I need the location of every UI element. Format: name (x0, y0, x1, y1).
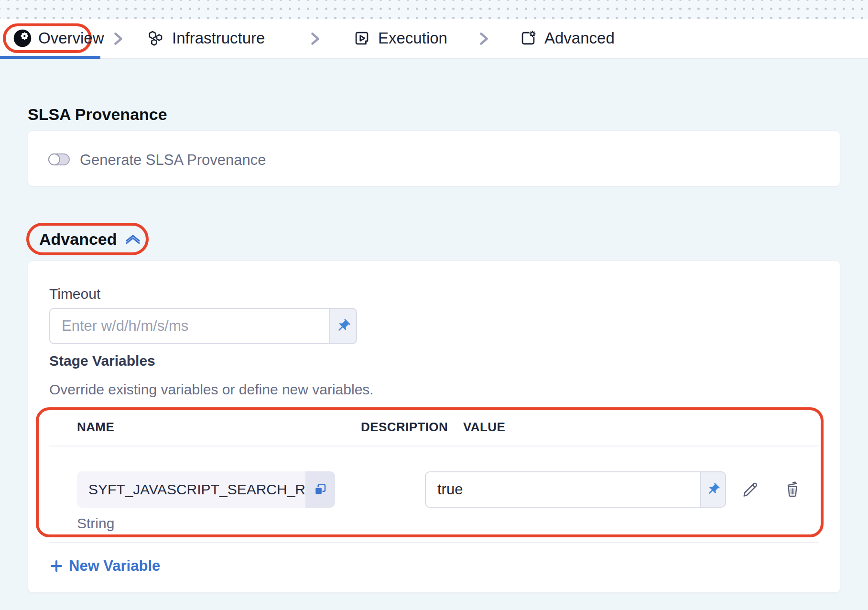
timeout-pin-button[interactable] (330, 308, 357, 344)
stage-variables-heading: Stage Variables (49, 353, 155, 369)
timeout-label: Timeout (49, 286, 100, 302)
advanced-section-toggle[interactable]: Advanced (26, 223, 149, 255)
play-square-icon (353, 29, 371, 47)
delete-variable-button[interactable] (781, 477, 804, 501)
pipeline-stage-config-page: Overview Infrastructure (0, 0, 868, 610)
pencil-icon (740, 479, 759, 499)
new-variable-label: New Variable (69, 557, 160, 575)
toggle-knob (48, 153, 60, 165)
overview-icon (13, 29, 32, 48)
active-tab-underline (0, 56, 100, 59)
tab-overview-label: Overview (38, 29, 104, 47)
variable-value-group (425, 471, 726, 508)
tab-infrastructure[interactable]: Infrastructure (146, 27, 265, 50)
chevron-right-icon (109, 30, 126, 47)
pushpin-icon (706, 482, 720, 497)
trash-icon (783, 480, 802, 498)
square-gear-icon (519, 29, 537, 47)
table-header-divider (49, 446, 819, 447)
stage-tab-bar: Overview Infrastructure (0, 19, 868, 59)
variable-name-copy-button[interactable] (305, 471, 335, 508)
timeout-input-group (49, 308, 357, 344)
variable-type-label: String (77, 515, 114, 532)
generate-slsa-toggle-label: Generate SLSA Provenance (80, 152, 266, 169)
slsa-provenance-heading: SLSA Provenance (28, 105, 167, 124)
table-row-divider (49, 542, 819, 543)
slsa-provenance-card: Generate SLSA Provenance (28, 131, 840, 186)
tab-advanced[interactable]: Advanced (519, 27, 615, 50)
variable-value-input[interactable] (425, 471, 701, 508)
pushpin-icon (336, 318, 351, 334)
hexagons-icon (146, 29, 165, 48)
column-header-value: VALUE (463, 420, 505, 435)
advanced-settings-card: Timeout Stage Variables Override existin… (28, 261, 840, 593)
column-header-description: DESCRIPTION (361, 420, 448, 435)
chevron-up-icon (124, 233, 141, 245)
generate-slsa-toggle[interactable] (48, 153, 70, 165)
dotted-canvas-background (0, 0, 868, 19)
variable-name-input[interactable] (77, 471, 305, 508)
chevron-right-icon (306, 30, 323, 47)
tab-execution[interactable]: Execution (353, 27, 447, 50)
tab-advanced-label: Advanced (544, 29, 615, 47)
plus-icon (49, 559, 64, 573)
tab-overview[interactable]: Overview (3, 23, 92, 53)
advanced-section-heading: Advanced (39, 230, 117, 249)
variable-name-group (77, 471, 335, 508)
timeout-input[interactable] (49, 308, 330, 344)
tab-execution-label: Execution (378, 29, 447, 47)
chevron-right-icon (475, 30, 492, 47)
edit-variable-button[interactable] (738, 477, 761, 501)
stage-variables-description: Override existing variables or define ne… (49, 381, 374, 398)
column-header-name: NAME (77, 420, 114, 435)
variable-value-pin-button[interactable] (701, 471, 726, 508)
tab-infrastructure-label: Infrastructure (172, 29, 265, 47)
copy-icon (313, 482, 327, 497)
new-variable-button[interactable]: New Variable (49, 557, 160, 575)
